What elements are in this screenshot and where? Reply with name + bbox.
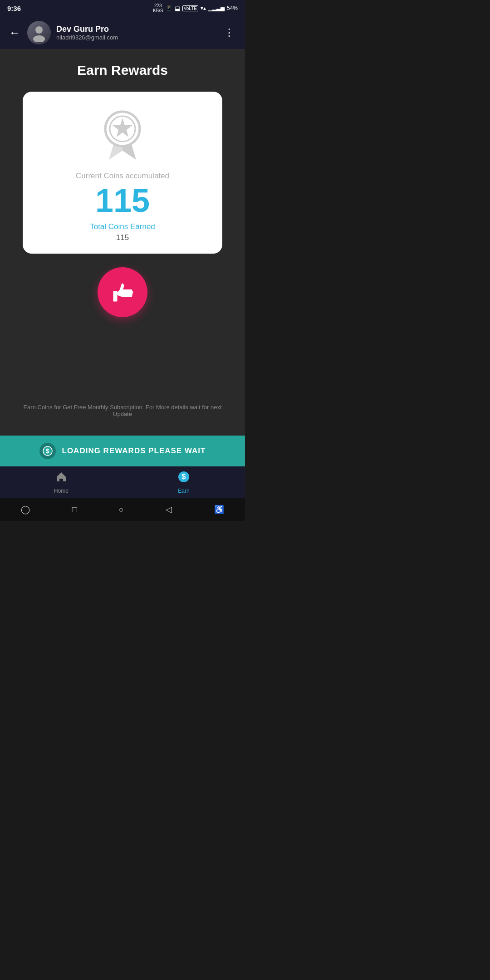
- total-coins-label: Total Coins Earned: [90, 222, 155, 231]
- svg-text:$: $: [182, 473, 186, 480]
- home-label: Home: [54, 488, 69, 494]
- page-title: Earn Rewards: [77, 63, 168, 78]
- sys-nav-square[interactable]: □: [72, 505, 77, 514]
- dollar-icon: $: [39, 443, 56, 459]
- earn-icon: $: [177, 470, 190, 486]
- back-button[interactable]: ←: [7, 24, 22, 41]
- network-speed: 223KB/S: [153, 3, 163, 13]
- battery-level: 54%: [227, 5, 238, 11]
- status-time: 9:36: [7, 5, 21, 12]
- current-coins-value: 115: [95, 184, 150, 217]
- sys-nav-accessibility[interactable]: ♿: [214, 505, 224, 514]
- user-info: Dev Guru Pro niladri9326@gmail.com: [56, 24, 215, 41]
- loading-banner: $ LOADING REWARDS PLEASE WAIT: [0, 436, 245, 466]
- earn-label: Earn: [178, 488, 189, 494]
- coins-card: Current Coins accumulated 115 Total Coin…: [23, 92, 222, 254]
- sys-nav-circle[interactable]: ◯: [21, 505, 30, 514]
- thumbs-up-button[interactable]: [98, 267, 147, 317]
- sys-nav-home[interactable]: ○: [119, 505, 124, 514]
- nav-item-earn[interactable]: $ Earn: [122, 467, 245, 498]
- volte-label: VoLTE: [182, 5, 198, 11]
- total-coins-value: 115: [116, 233, 129, 242]
- svg-text:$: $: [46, 447, 49, 455]
- user-email: niladri9326@gmail.com: [56, 34, 215, 41]
- phone-icon: 📱: [166, 5, 172, 11]
- signal-icon: ▁▂▃▅: [208, 5, 225, 11]
- sys-nav-back[interactable]: ◁: [166, 505, 172, 514]
- loading-text: LOADING REWARDS PLEASE WAIT: [62, 446, 206, 456]
- svg-point-0: [35, 26, 43, 34]
- medal-icon: [95, 105, 150, 164]
- bluetooth-icon: ⬓: [175, 5, 180, 12]
- wifi-icon: ▾▴: [201, 5, 206, 11]
- svg-point-1: [33, 35, 45, 42]
- current-coins-label: Current Coins accumulated: [76, 172, 169, 181]
- user-avatar: [27, 21, 51, 44]
- status-icons: 223KB/S 📱 ⬓ VoLTE ▾▴ ▁▂▃▅ 54%: [153, 3, 238, 13]
- main-content: Earn Rewards Current Coins accumulated 1…: [0, 49, 245, 436]
- info-text: Earn Coins for Get Free Monthly Subscrip…: [9, 404, 236, 417]
- app-bar: ← Dev Guru Pro niladri9326@gmail.com ⋮: [0, 16, 245, 49]
- nav-item-home[interactable]: Home: [0, 467, 122, 498]
- user-name: Dev Guru Pro: [56, 24, 215, 34]
- system-nav: ◯ □ ○ ◁ ♿: [0, 498, 245, 521]
- status-bar: 9:36 223KB/S 📱 ⬓ VoLTE ▾▴ ▁▂▃▅ 54%: [0, 0, 245, 16]
- bottom-nav: Home $ Earn: [0, 466, 245, 498]
- more-options-button[interactable]: ⋮: [220, 25, 238, 40]
- home-icon: [55, 470, 68, 486]
